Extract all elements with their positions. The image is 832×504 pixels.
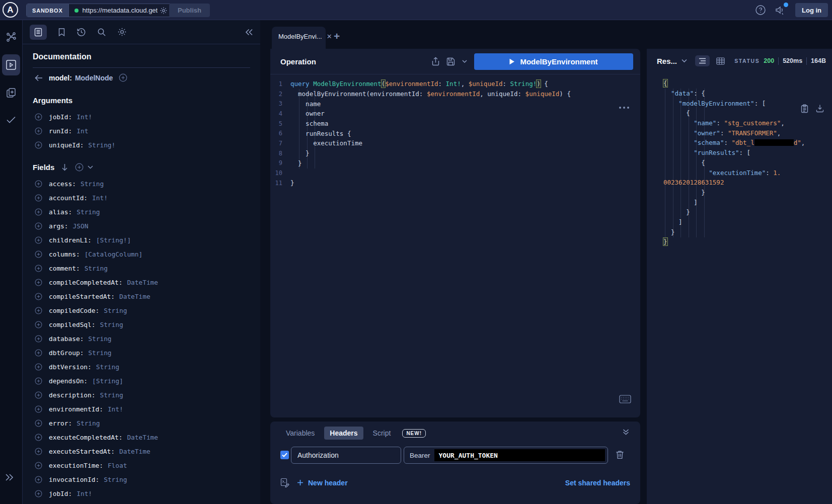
fields-section-title: Fields — [33, 163, 250, 172]
collapse-docs-panel-icon[interactable] — [245, 29, 253, 36]
add-fields-icon[interactable] — [75, 163, 84, 172]
field-row: args:JSON — [33, 219, 250, 233]
add-field-icon[interactable] — [35, 448, 42, 455]
add-field-icon[interactable] — [35, 141, 42, 149]
run-operation-button[interactable]: ModelByEnvironment — [474, 53, 633, 70]
add-field-icon[interactable] — [35, 434, 42, 441]
save-options-chevron-icon[interactable] — [462, 60, 467, 63]
checklist-nav-icon[interactable] — [2, 110, 20, 130]
field-name: alias: — [49, 208, 72, 216]
sort-fields-icon[interactable] — [61, 163, 68, 171]
response-header: Res... STATUS 200 520ms 164B — [647, 49, 832, 73]
add-field-icon[interactable] — [35, 419, 42, 427]
add-field-icon[interactable] — [35, 476, 42, 483]
publish-button[interactable]: Publish — [169, 4, 210, 17]
query-editor[interactable]: 1query ModelByEnvironment($environmentId… — [270, 74, 640, 416]
apollo-logo[interactable]: A — [3, 2, 18, 18]
new-tab-icon[interactable]: + — [334, 30, 340, 42]
breadcrumb: model: ModelNode — [33, 68, 250, 89]
table-view-toggle-icon[interactable] — [716, 57, 725, 65]
delete-header-icon[interactable] — [616, 450, 624, 459]
add-field-icon[interactable] — [35, 307, 42, 314]
field-name: executeStartedAt: — [49, 448, 115, 455]
add-field-icon[interactable] — [35, 335, 42, 343]
add-field-icon[interactable] — [35, 293, 42, 300]
add-field-icon[interactable] — [35, 349, 42, 357]
documentation-tab-icon[interactable] — [30, 25, 47, 40]
add-field-icon[interactable] — [35, 180, 42, 188]
schema-nav-icon[interactable] — [2, 27, 20, 47]
collapse-bottom-panel-icon[interactable] — [623, 429, 629, 435]
response-title[interactable]: Res... — [657, 57, 677, 65]
sandbox-pages-nav-icon[interactable] — [2, 82, 20, 103]
settings-gear-icon[interactable] — [117, 27, 127, 37]
field-row: description:String — [33, 388, 250, 402]
header-key-input[interactable] — [291, 447, 401, 464]
field-row: alias:String — [33, 205, 250, 219]
history-icon[interactable] — [77, 27, 86, 37]
response-dropdown-chevron-icon[interactable] — [682, 59, 687, 63]
add-field-icon[interactable] — [35, 363, 42, 371]
tab-variables[interactable]: Variables — [280, 427, 320, 440]
format-json-toggle-icon[interactable] — [695, 55, 710, 66]
field-type: Int! — [108, 405, 123, 413]
field-type: Int! — [77, 113, 92, 121]
field-type: DateTime — [119, 448, 150, 455]
saved-operations-icon[interactable] — [58, 28, 65, 37]
field-name: description: — [49, 391, 95, 399]
explorer-nav-icon[interactable] — [2, 54, 20, 75]
add-field-icon[interactable] — [35, 265, 42, 272]
add-field-icon[interactable] — [35, 462, 42, 469]
field-type: String — [77, 419, 100, 427]
new-header-button[interactable]: New header — [297, 479, 348, 487]
response-line: { — [663, 78, 832, 89]
field-type: String — [96, 363, 119, 371]
search-icon[interactable] — [97, 28, 106, 37]
save-operation-icon[interactable] — [446, 57, 455, 66]
editor-menu-kebab-icon[interactable] — [619, 107, 629, 109]
add-field-icon[interactable] — [35, 321, 42, 328]
announcements-icon[interactable] — [775, 5, 787, 16]
left-nav-rail — [0, 20, 22, 504]
tab-headers[interactable]: Headers — [324, 427, 363, 440]
add-field-icon[interactable] — [35, 490, 42, 497]
add-field-icon[interactable] — [35, 377, 42, 385]
field-name: invocationId: — [49, 476, 99, 483]
add-all-fields-icon[interactable] — [119, 73, 127, 82]
tab-script[interactable]: Script — [367, 427, 397, 440]
bottom-panel-tabs: Variables Headers Script NEW! — [280, 427, 426, 440]
add-field-icon[interactable] — [35, 391, 42, 399]
add-field-icon[interactable] — [35, 113, 42, 121]
login-button[interactable]: Log in — [795, 3, 828, 17]
response-line: } — [663, 227, 832, 237]
add-field-icon[interactable] — [35, 405, 42, 413]
field-row: executeStartedAt:DateTime — [33, 444, 250, 458]
share-operation-icon[interactable] — [432, 57, 439, 66]
add-field-icon[interactable] — [35, 208, 42, 216]
set-shared-headers-link[interactable]: Set shared headers — [565, 479, 630, 487]
endpoint-url-input[interactable]: https://metadata.cloud.get — [83, 7, 158, 14]
header-enabled-checkbox[interactable] — [280, 451, 289, 459]
editor-lines: 1query ModelByEnvironment($environmentId… — [270, 79, 640, 188]
header-value-input[interactable]: Bearer YOUR_AUTH_TOKEN — [404, 447, 608, 464]
help-icon[interactable] — [755, 5, 766, 16]
add-field-icon[interactable] — [35, 250, 42, 258]
field-type: String — [100, 391, 123, 399]
operation-tab[interactable]: ModelByEnvi... ✕ — [272, 27, 326, 49]
connection-settings-gear-icon[interactable] — [160, 7, 168, 15]
preflight-script-icon[interactable] — [280, 478, 289, 487]
add-field-icon[interactable] — [35, 222, 42, 230]
add-fields-chevron-icon[interactable] — [88, 165, 93, 169]
add-field-icon[interactable] — [35, 127, 42, 135]
back-arrow-icon[interactable] — [35, 74, 43, 81]
close-tab-icon[interactable]: ✕ — [327, 33, 332, 40]
connection-status-dot — [74, 9, 79, 13]
add-field-icon[interactable] — [35, 194, 42, 202]
add-field-icon[interactable] — [35, 279, 42, 286]
line-number: 4 — [270, 110, 290, 117]
expand-rail-icon[interactable] — [4, 473, 14, 482]
field-name: uniqueId: — [49, 141, 84, 149]
keyboard-shortcuts-icon[interactable] — [619, 395, 631, 403]
response-size: 164B — [811, 57, 826, 64]
add-field-icon[interactable] — [35, 236, 42, 244]
